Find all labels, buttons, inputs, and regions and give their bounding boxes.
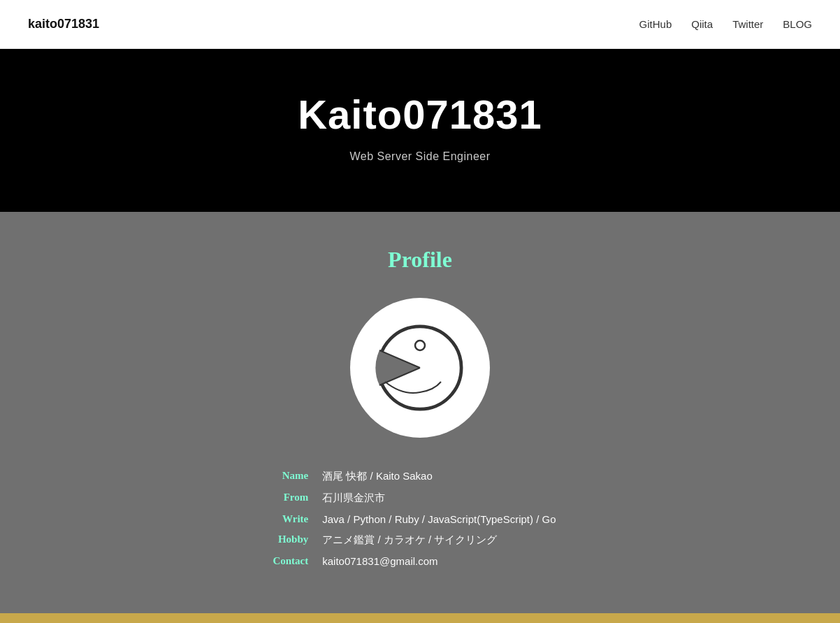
profile-label: Hobby bbox=[273, 529, 322, 551]
nav-links: GitHub Qiita Twitter BLOG bbox=[639, 18, 812, 30]
avatar-image bbox=[364, 312, 476, 424]
hero-title: Kaito071831 bbox=[28, 91, 812, 138]
profile-value: Java / Python / Ruby / JavaScript(TypeSc… bbox=[322, 509, 567, 529]
history-section: History bbox=[0, 613, 840, 623]
profile-row: Contactkaito071831@gmail.com bbox=[273, 551, 567, 571]
profile-table: Name酒尾 快都 / Kaito SakaoFrom石川県金沢市WriteJa… bbox=[273, 466, 567, 571]
profile-heading: Profile bbox=[388, 247, 452, 273]
profile-label: Write bbox=[273, 509, 322, 529]
profile-value: アニメ鑑賞 / カラオケ / サイクリング bbox=[322, 529, 567, 551]
profile-label: From bbox=[273, 487, 322, 509]
profile-value: 酒尾 快都 / Kaito Sakao bbox=[322, 466, 567, 487]
hero-subtitle: Web Server Side Engineer bbox=[28, 150, 812, 163]
profile-value: 石川県金沢市 bbox=[322, 487, 567, 509]
profile-row: From石川県金沢市 bbox=[273, 487, 567, 509]
profile-value: kaito071831@gmail.com bbox=[322, 551, 567, 571]
nav-link-blog[interactable]: BLOG bbox=[783, 18, 812, 30]
profile-row: WriteJava / Python / Ruby / JavaScript(T… bbox=[273, 509, 567, 529]
nav-link-qiita[interactable]: Qiita bbox=[691, 18, 713, 30]
profile-section: Profile Name酒尾 快都 / Kaito SakaoFrom石川県金沢… bbox=[0, 212, 840, 613]
profile-row: Hobbyアニメ鑑賞 / カラオケ / サイクリング bbox=[273, 529, 567, 551]
avatar bbox=[350, 298, 490, 438]
nav-link-twitter[interactable]: Twitter bbox=[732, 18, 763, 30]
navbar: kaito071831 GitHub Qiita Twitter BLOG bbox=[0, 0, 840, 49]
profile-row: Name酒尾 快都 / Kaito Sakao bbox=[273, 466, 567, 487]
profile-label: Contact bbox=[273, 551, 322, 571]
hero-section: Kaito071831 Web Server Side Engineer bbox=[0, 49, 840, 212]
nav-link-github[interactable]: GitHub bbox=[639, 18, 672, 30]
nav-logo: kaito071831 bbox=[28, 17, 99, 31]
profile-label: Name bbox=[273, 466, 322, 487]
